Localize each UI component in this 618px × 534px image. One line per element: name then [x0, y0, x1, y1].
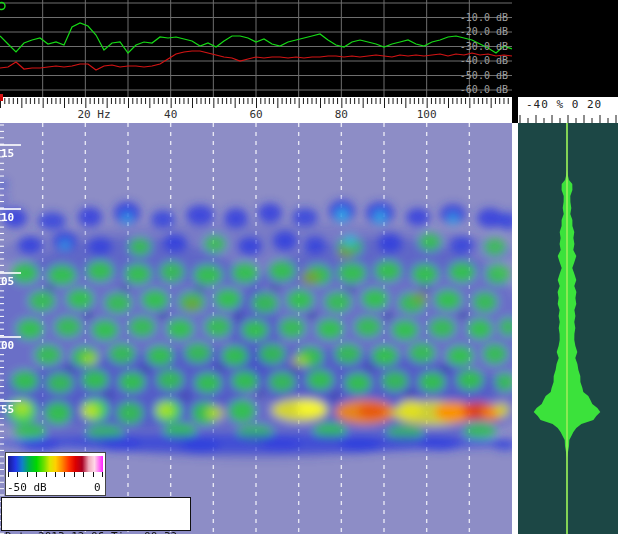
freq-label: 100 [417, 108, 437, 121]
spectrogram-blob [224, 208, 248, 228]
amplitude-scale-ticks [518, 97, 618, 123]
spectrogram-blob [181, 392, 189, 400]
spectrogram-blob [229, 400, 255, 422]
spectrogram-blob [196, 285, 204, 293]
spectrogram-blob [296, 400, 324, 416]
spectrogram-blob [279, 318, 305, 338]
frequency-ruler[interactable]: 20 Hz406080100 [0, 97, 512, 123]
spectrogram-blob [129, 238, 151, 256]
colorbar-tick [55, 472, 56, 477]
spectrogram-blob [435, 290, 461, 310]
spectrogram-blob [409, 343, 435, 363]
spectrogram-blob [392, 320, 418, 340]
spectrogram-blob [291, 355, 309, 367]
colorbar-tick [46, 472, 47, 477]
freq-label: 20 Hz [77, 108, 110, 121]
spectrogram-blob [119, 372, 145, 392]
spectrogram-blob [129, 317, 155, 337]
spectrogram-blob [473, 292, 497, 312]
spectrogram-blob [205, 317, 231, 337]
spectrogram-blob [269, 261, 295, 281]
time-label: 15 [1, 147, 14, 160]
spectrogram-blob [406, 390, 414, 398]
spectrogram-blob [450, 236, 474, 254]
spectrogram-blob [194, 265, 222, 285]
spectrogram-blob [307, 370, 333, 390]
spectrogram-blob [429, 318, 455, 338]
freq-label: 60 [249, 108, 262, 121]
spectrogram-blob [222, 346, 248, 366]
spectrogram-blob [147, 346, 173, 366]
spectrogram-blob [362, 289, 388, 309]
spectrogram-blob [483, 344, 507, 364]
spectrogram-blob [167, 319, 193, 339]
spectrogram-blob [67, 289, 93, 309]
spectrogram-blob [180, 439, 220, 453]
status-date-time: Date=2013-12-06 Time=00:32 [5, 529, 187, 534]
spectrogram-blob [87, 261, 113, 281]
spectrogram-blob [344, 235, 356, 247]
spectrogram-blob [292, 208, 318, 226]
spectrogram-blob [447, 346, 473, 366]
spectrogram-blob [195, 373, 221, 393]
spectrogram-blob [421, 284, 429, 292]
colorbar-panel[interactable]: -50 dB 0 [5, 452, 106, 496]
spectrogram-blob [232, 263, 258, 283]
spectrogram-blob [159, 311, 167, 319]
spectrogram-blob [17, 319, 43, 339]
colorbar-tick [27, 472, 28, 477]
spectrogram-blob [372, 346, 398, 366]
colorbar-tick [64, 472, 65, 477]
spectrogram-blob [105, 293, 131, 313]
spectrogram-blob [78, 207, 102, 227]
spectrogram-blob [406, 208, 430, 226]
spectrogram-blob [14, 423, 46, 439]
spectrogram-blob [60, 240, 70, 250]
spectrogram-blob [48, 265, 76, 285]
colorbar-tick [83, 472, 84, 477]
spectrogram-blob [346, 285, 354, 293]
spectrogram-blob [448, 213, 458, 225]
time-label: 05 [1, 275, 14, 288]
spectrogram-blob [441, 365, 449, 373]
spectrogram-blob [366, 363, 374, 371]
spectrogram-blob [378, 233, 402, 253]
spectrogram-blob [88, 237, 112, 255]
spectrogram-blob [419, 233, 441, 251]
spectrogram-blob [184, 299, 200, 311]
spectrum-plot[interactable] [0, 0, 512, 97]
spectrogram-blob [141, 365, 149, 373]
colorbar-tick [93, 472, 94, 477]
spectrogram-blob [142, 290, 168, 310]
spectrogram-blob [382, 371, 408, 391]
waveform-panel[interactable] [518, 123, 618, 534]
spectrogram-blob [186, 205, 214, 225]
spectrogram-blob [345, 373, 371, 393]
colorbar-ticks [8, 472, 103, 478]
spectrogram-blob [374, 210, 386, 224]
spectrogram-blob [216, 363, 224, 371]
spectrogram-blob [301, 271, 319, 285]
spectrogram-blob [206, 406, 224, 420]
spectrogram-blob [117, 402, 143, 424]
spectrogram-blob [156, 403, 174, 417]
spectrogram-blob [215, 289, 241, 309]
spectrogram-blob [47, 373, 73, 393]
spectrogram-blob [269, 372, 295, 392]
spectrogram-blob [486, 264, 510, 284]
spectrogram-blob [232, 371, 258, 391]
spectrogram-blob [336, 208, 348, 222]
spectrogram-blob [35, 345, 61, 365]
spectrogram-blob [29, 291, 55, 311]
spectrogram-blob [66, 364, 74, 372]
spectrogram-blob [259, 344, 285, 364]
spectrogram-blob [287, 290, 313, 310]
spectrogram-blob [317, 319, 343, 339]
spectrogram-blob [271, 284, 279, 292]
freq-label: 40 [164, 108, 177, 121]
spectrogram-blob [82, 370, 108, 390]
amplitude-scale-header[interactable]: -40 % 0 20 [518, 97, 618, 123]
spectrogram-blob [355, 317, 381, 337]
spectrogram-blob [100, 437, 140, 451]
spectrogram-blob [449, 262, 475, 282]
